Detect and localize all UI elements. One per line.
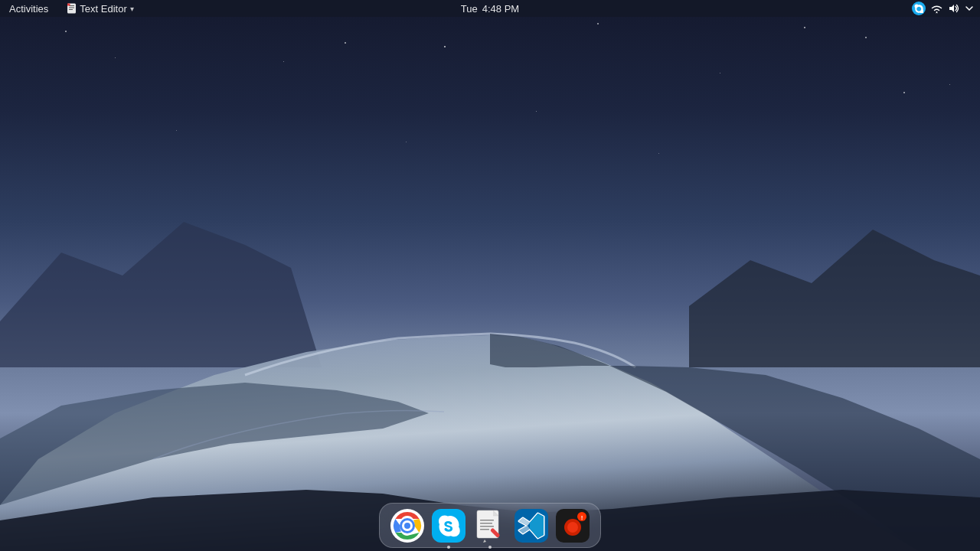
- svg-text:!: !: [581, 514, 583, 521]
- dock-item-skype[interactable]: [430, 507, 467, 544]
- textedit-icon: [473, 509, 507, 543]
- dock: !: [379, 503, 601, 548]
- dock-item-recorder[interactable]: !: [554, 507, 591, 544]
- svg-rect-13: [480, 523, 492, 524]
- app-name-label: Text Editor: [80, 3, 126, 15]
- svg-rect-4: [69, 9, 73, 10]
- svg-rect-3: [69, 8, 74, 8]
- time-label: 4:48 PM: [482, 3, 519, 15]
- volume-icon[interactable]: [948, 3, 960, 14]
- svg-point-21: [567, 522, 578, 533]
- wifi-icon[interactable]: [930, 4, 943, 14]
- text-editor-menu-icon: [67, 3, 77, 14]
- menubar-left: Activities Text Editor ▾: [6, 2, 137, 16]
- app-dropdown-arrow: ▾: [130, 5, 134, 13]
- svg-rect-12: [480, 520, 494, 521]
- svg-point-9: [404, 523, 410, 529]
- activities-menu[interactable]: Activities: [6, 2, 51, 16]
- app-menu[interactable]: Text Editor ▾: [64, 2, 136, 16]
- menubar-right: [912, 2, 974, 15]
- recorder-icon: !: [556, 509, 590, 543]
- dock-item-textedit[interactable]: [472, 507, 508, 544]
- vscode-icon: [514, 509, 548, 543]
- active-dot: [447, 546, 450, 549]
- menubar: Activities Text Editor ▾ Tue 4:48 PM: [0, 0, 980, 17]
- svg-rect-14: [480, 526, 494, 527]
- dock-item-vscode[interactable]: [513, 507, 550, 544]
- menubar-datetime: Tue 4:48 PM: [461, 3, 519, 15]
- svg-rect-15: [480, 529, 489, 530]
- dock-item-chrome[interactable]: [389, 507, 426, 544]
- skype-status-icon[interactable]: [912, 2, 926, 15]
- day-label: Tue: [461, 3, 478, 15]
- svg-marker-17: [483, 540, 486, 543]
- active-dot-textedit: [488, 546, 492, 549]
- skype-icon: [432, 509, 466, 543]
- chrome-icon: [390, 509, 424, 543]
- menu-extras-icon[interactable]: [965, 5, 974, 12]
- stars-layer: [0, 0, 980, 551]
- svg-point-5: [936, 11, 938, 13]
